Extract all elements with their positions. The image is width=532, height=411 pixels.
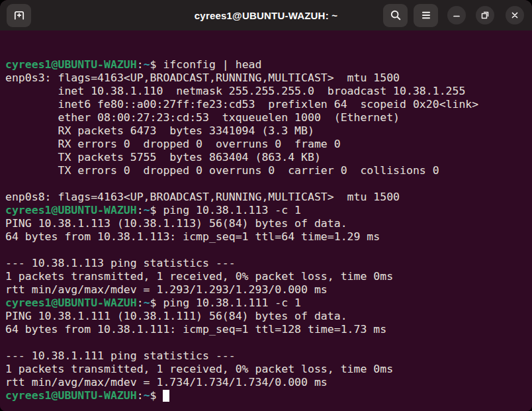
terminal-line: cyrees1@UBUNTU-WAZUH:~$ ping 10.38.1.111… (5, 297, 527, 310)
terminal-text: TX packets 5755 bytes 863404 (863.4 KB) (5, 151, 321, 163)
terminal-line: cyrees1@UBUNTU-WAZUH:~$ ifconfig | head (5, 58, 527, 71)
minimize-icon (451, 10, 462, 21)
terminal-line: inet6 fe80::a00:27ff:fe23:cd53 prefixlen… (5, 98, 527, 111)
terminal-line: cyrees1@UBUNTU-WAZUH:~$ ping 10.38.1.113… (5, 204, 527, 217)
terminal-text: rtt min/avg/max/mdev = 1.293/1.293/1.293… (5, 283, 328, 296)
search-button[interactable] (383, 4, 408, 27)
terminal-text: : (137, 58, 144, 71)
terminal-text: inet 10.38.1.110 netmask 255.255.255.0 b… (5, 85, 465, 97)
terminal-text: --- 10.38.1.113 ping statistics --- (5, 257, 236, 269)
terminal-line (5, 177, 527, 191)
new-tab-icon (13, 9, 25, 21)
search-icon (390, 9, 402, 21)
prompt-user-host: cyrees1@UBUNTU-WAZUH (5, 204, 137, 216)
terminal-text: $ ifconfig | head (150, 58, 262, 71)
terminal-text: enp0s8: flags=4163<UP,BROADCAST,RUNNING,… (5, 191, 400, 203)
terminal-line: inet 10.38.1.110 netmask 255.255.255.0 b… (5, 85, 527, 98)
terminal-line: ether 08:00:27:23:cd:53 txqueuelen 1000 … (5, 111, 527, 124)
terminal-line: rtt min/avg/max/mdev = 1.734/1.734/1.734… (5, 376, 527, 389)
terminal-line (5, 336, 527, 349)
terminal-line: TX errors 0 dropped 0 overruns 0 carrier… (5, 164, 527, 177)
terminal-text: 64 bytes from 10.38.1.111: icmp_seq=1 tt… (5, 323, 386, 336)
terminal-text: 1 packets transmitted, 1 received, 0% pa… (5, 363, 393, 375)
terminal-line: enp0s8: flags=4163<UP,BROADCAST,RUNNING,… (5, 191, 527, 204)
prompt-user-host: cyrees1@UBUNTU-WAZUH (5, 389, 137, 402)
terminal-text: : (137, 204, 144, 216)
restore-window-icon (480, 10, 490, 21)
terminal-cursor (163, 390, 169, 402)
terminal-line: 1 packets transmitted, 1 received, 0% pa… (5, 270, 527, 283)
terminal-text: enp0s3: flags=4163<UP,BROADCAST,RUNNING,… (5, 71, 400, 84)
terminal-text: TX errors 0 dropped 0 overruns 0 carrier… (5, 164, 439, 177)
terminal-text: inet6 fe80::a00:27ff:fe23:cd53 prefixlen… (5, 98, 478, 111)
prompt-user-host: cyrees1@UBUNTU-WAZUH (5, 58, 137, 71)
terminal-text: 1 packets transmitted, 1 received, 0% pa… (5, 270, 393, 283)
terminal-text: --- 10.38.1.111 ping statistics --- (5, 349, 236, 362)
terminal-line: RX packets 6473 bytes 3341094 (3.3 MB) (5, 124, 527, 138)
terminal-text: PING 10.38.1.113 (10.38.1.113) 56(84) by… (5, 217, 347, 230)
terminal-line: 1 packets transmitted, 1 received, 0% pa… (5, 363, 527, 376)
terminal-text: 64 bytes from 10.38.1.113: icmp_seq=1 tt… (5, 230, 380, 243)
terminal-text: $ ping 10.38.1.113 -c 1 (150, 204, 301, 216)
terminal-line (5, 244, 527, 257)
terminal-text: RX errors 0 dropped 0 overruns 0 frame 0 (5, 138, 341, 150)
prompt-path: ~ (144, 297, 150, 309)
terminal-line: cyrees1@UBUNTU-WAZUH:~$ (5, 389, 527, 402)
terminal-line: --- 10.38.1.113 ping statistics --- (5, 257, 527, 270)
prompt-path: ~ (144, 389, 150, 402)
prompt-user-host: cyrees1@UBUNTU-WAZUH (5, 297, 137, 309)
prompt-path: ~ (144, 204, 150, 216)
terminal-line: PING 10.38.1.111 (10.38.1.111) 56(84) by… (5, 310, 527, 323)
terminal-line: TX packets 5755 bytes 863404 (863.4 KB) (5, 151, 527, 164)
terminal-text: : (137, 389, 144, 402)
terminal-line: rtt min/avg/max/mdev = 1.293/1.293/1.293… (5, 283, 527, 297)
terminal-text: PING 10.38.1.111 (10.38.1.111) 56(84) by… (5, 310, 347, 322)
prompt-path: ~ (144, 58, 150, 71)
menu-button[interactable] (414, 4, 438, 27)
terminal-text: $ ping 10.38.1.111 -c 1 (150, 297, 301, 309)
terminal-line: RX errors 0 dropped 0 overruns 0 frame 0 (5, 138, 527, 151)
terminal-window: cyrees1@UBUNTU-WAZUH: ~ (0, 0, 532, 411)
new-tab-button[interactable] (7, 4, 31, 27)
terminal-line: 64 bytes from 10.38.1.113: icmp_seq=1 tt… (5, 230, 527, 244)
restore-button[interactable] (476, 6, 494, 24)
terminal-line: PING 10.38.1.113 (10.38.1.113) 56(84) by… (5, 217, 527, 230)
terminal-line: 64 bytes from 10.38.1.111: icmp_seq=1 tt… (5, 323, 527, 336)
hamburger-menu-icon (420, 9, 432, 21)
terminal-text: $ (150, 389, 163, 402)
close-icon (510, 10, 520, 21)
terminal-content-area[interactable]: cyrees1@UBUNTU-WAZUH:~$ ifconfig | heade… (0, 30, 532, 411)
close-button[interactable] (506, 6, 524, 24)
terminal-text: ether 08:00:27:23:cd:53 txqueuelen 1000 … (5, 111, 400, 124)
terminal-line: --- 10.38.1.111 ping statistics --- (5, 349, 527, 363)
terminal-text: rtt min/avg/max/mdev = 1.734/1.734/1.734… (5, 376, 328, 388)
minimize-button[interactable] (447, 6, 466, 24)
terminal-text: RX packets 6473 bytes 3341094 (3.3 MB) (5, 124, 314, 137)
terminal-text: : (137, 297, 144, 309)
terminal-output: cyrees1@UBUNTU-WAZUH:~$ ifconfig | heade… (5, 58, 527, 402)
terminal-line: enp0s3: flags=4163<UP,BROADCAST,RUNNING,… (5, 71, 527, 85)
titlebar[interactable]: cyrees1@UBUNTU-WAZUH: ~ (0, 0, 532, 30)
